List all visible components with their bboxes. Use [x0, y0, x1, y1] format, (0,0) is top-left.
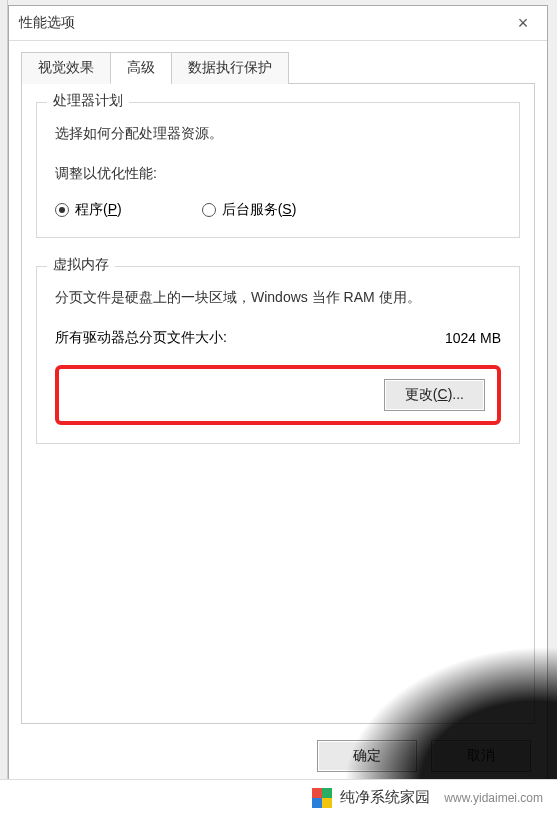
- vm-group-legend: 虚拟内存: [47, 256, 115, 274]
- content-area: 视觉效果 高级 数据执行保护 处理器计划 选择如何分配处理器资源。 调整以优化性…: [9, 41, 547, 728]
- radio-icon: [202, 203, 216, 217]
- close-icon: ×: [518, 14, 529, 32]
- vm-desc: 分页文件是硬盘上的一块区域，Windows 当作 RAM 使用。: [55, 289, 501, 307]
- virtual-memory-group: 虚拟内存 分页文件是硬盘上的一块区域，Windows 当作 RAM 使用。 所有…: [36, 266, 520, 444]
- radio-icon: [55, 203, 69, 217]
- window-title: 性能选项: [19, 14, 75, 32]
- radio-row: 程序(P) 后台服务(S): [55, 201, 501, 219]
- vm-total-row: 所有驱动器总分页文件大小: 1024 MB: [55, 329, 501, 347]
- change-button-highlight: 更改(C)...: [55, 365, 501, 425]
- tab-dep[interactable]: 数据执行保护: [171, 52, 289, 84]
- tab-body-advanced: 处理器计划 选择如何分配处理器资源。 调整以优化性能: 程序(P) 后台服务(S…: [21, 84, 535, 724]
- dialog-footer: 确定 取消: [9, 728, 547, 784]
- radio-background[interactable]: 后台服务(S): [202, 201, 297, 219]
- performance-options-window: 性能选项 × 视觉效果 高级 数据执行保护 处理器计划 选择如何分配处理器资源。…: [8, 5, 548, 785]
- tab-visual-effects[interactable]: 视觉效果: [21, 52, 111, 84]
- cancel-button[interactable]: 取消: [431, 740, 531, 772]
- processor-scheduling-group: 处理器计划 选择如何分配处理器资源。 调整以优化性能: 程序(P) 后台服务(S…: [36, 102, 520, 238]
- watermark-bar: 纯净系统家园 www.yidaimei.com: [0, 779, 557, 815]
- watermark-brand: 纯净系统家园: [340, 788, 430, 807]
- vm-total-value: 1024 MB: [445, 330, 501, 346]
- watermark-logo-icon: [312, 788, 332, 808]
- radio-programs[interactable]: 程序(P): [55, 201, 122, 219]
- processor-desc: 选择如何分配处理器资源。: [55, 125, 501, 143]
- watermark-url: www.yidaimei.com: [444, 791, 543, 805]
- change-button[interactable]: 更改(C)...: [384, 379, 485, 411]
- processor-group-legend: 处理器计划: [47, 92, 129, 110]
- vm-total-label: 所有驱动器总分页文件大小:: [55, 329, 227, 347]
- radio-background-label: 后台服务(S): [222, 201, 297, 219]
- radio-programs-label: 程序(P): [75, 201, 122, 219]
- titlebar: 性能选项 ×: [9, 6, 547, 41]
- close-button[interactable]: ×: [509, 12, 537, 34]
- tab-advanced[interactable]: 高级: [110, 52, 172, 84]
- background-edge: [0, 0, 8, 779]
- tab-strip: 视觉效果 高级 数据执行保护: [21, 51, 535, 84]
- adjust-label: 调整以优化性能:: [55, 165, 501, 183]
- ok-button[interactable]: 确定: [317, 740, 417, 772]
